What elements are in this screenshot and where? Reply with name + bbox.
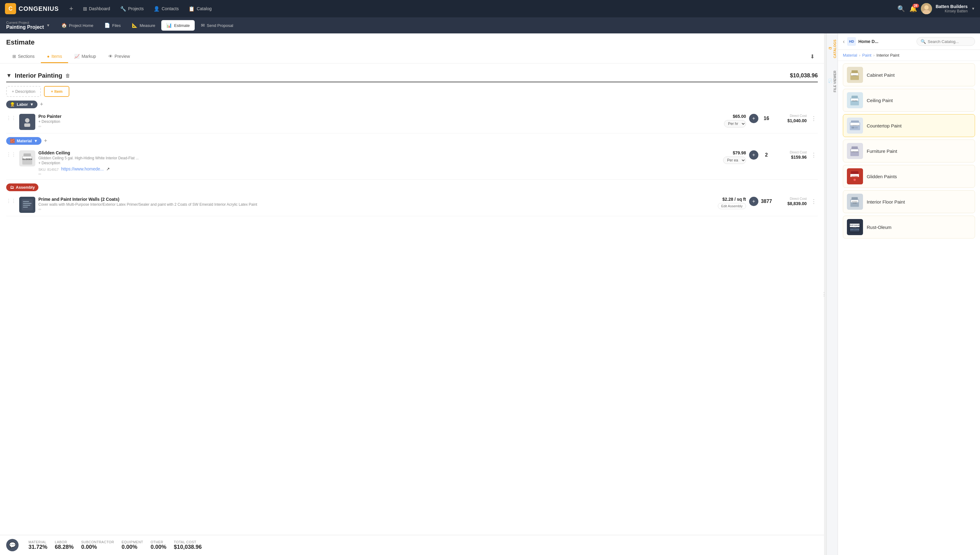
section-name: Interior Painting xyxy=(15,72,62,79)
nav-contacts[interactable]: 👤 Contacts xyxy=(149,4,183,14)
svg-rect-12 xyxy=(23,205,31,206)
sidebar-tab-catalogs[interactable]: 🗂 CATALOGS xyxy=(827,37,838,61)
svg-rect-23 xyxy=(851,120,859,122)
assembly-drag-handle[interactable]: ⋮⋮ xyxy=(6,197,16,204)
assembly-item-name: Prime and Paint Interior Walls (2 Coats) xyxy=(39,197,709,202)
catalog-item-cabinet-paint[interactable]: CABINET Cabinet Paint xyxy=(843,63,975,86)
catalog-item-furniture-paint[interactable]: FURNITURE Furniture Paint xyxy=(843,140,975,162)
catalog-item-ceiling-paint[interactable]: CEILING Ceiling Paint xyxy=(843,89,975,112)
edit-assembly-button[interactable]: Edit Assembly xyxy=(718,203,746,209)
sidebar-tab-file-viewer[interactable]: 📄 FILE VIEWER xyxy=(826,68,838,95)
glidden-paints-thumbnail: GLIDDEN xyxy=(847,168,863,184)
estimate-header: Estimate ⊞ Sections ● Items 📈 Markup 👁 P… xyxy=(0,34,824,63)
assembly-item-more-button[interactable]: ⋮ xyxy=(810,197,818,206)
assembly-cost-col: Direct Cost $8,839.00 xyxy=(776,197,806,206)
delete-section-button[interactable]: 🗑 xyxy=(65,73,70,79)
files-icon: 📄 xyxy=(104,22,110,28)
catalog-item-countertop-paint[interactable]: COUNTERTOP Countertop Paint xyxy=(843,114,975,137)
tab-items[interactable]: ● Items xyxy=(41,50,68,63)
top-navigation: C CONGENIUS + ⊞ Dashboard 🔧 Projects 👤 C… xyxy=(0,0,980,17)
breadcrumb-material[interactable]: Material xyxy=(843,53,857,58)
other-value: 0.00% xyxy=(151,544,167,550)
labor-qty-col: + 16 xyxy=(749,114,773,123)
logo-area: C CONGENIUS xyxy=(5,3,59,14)
svg-rect-33 xyxy=(851,171,858,174)
labor-item-more-button[interactable]: ⋮ xyxy=(810,114,818,123)
footer-total: TOTAL COST $10,038.96 xyxy=(174,540,202,550)
countertop-paint-thumbnail: COUNTERTOP xyxy=(847,117,863,134)
tab-markup[interactable]: 📈 Markup xyxy=(68,50,102,63)
material-item-add-desc[interactable]: + Description xyxy=(39,161,709,165)
catalog-breadcrumb: Material › Paint › Interior Paint xyxy=(838,50,980,61)
add-item-button[interactable]: + Item xyxy=(44,86,69,97)
catalog-item-interior-floor-paint[interactable]: INTERIOR FLOOR Interior Floor Paint xyxy=(843,190,975,213)
material-item-glidden: ⋮⋮ GLIDDEN Glidden Ceiling Glidden Ceili… xyxy=(6,147,818,180)
assembly-badge[interactable]: 🗂 Assembly xyxy=(6,183,39,191)
cabinet-paint-thumbnail: CABINET xyxy=(847,67,863,83)
assembly-icon: 🗂 xyxy=(10,185,14,190)
breadcrumb-paint[interactable]: Paint xyxy=(863,53,872,58)
drag-handle[interactable]: ⋮⋮ xyxy=(6,114,16,121)
material-group-header: 🧱 Material ▼ + xyxy=(6,137,818,145)
material-unit-select[interactable]: Per ea xyxy=(723,157,746,164)
material-item-desc: Glidden Ceiling 5 gal. High-Hiding White… xyxy=(39,156,709,160)
download-button[interactable]: ⬇ xyxy=(807,50,818,63)
search-button[interactable]: 🔍 xyxy=(895,3,907,14)
labor-badge[interactable]: 👷 Labor ▼ xyxy=(6,101,37,108)
svg-text:FURNITURE: FURNITURE xyxy=(851,151,858,152)
footer-labor: LABOR 68.28% xyxy=(55,540,74,550)
material-dropdown-icon: ▼ xyxy=(34,139,38,143)
tab-project-home[interactable]: 🏠 Project Home xyxy=(56,20,98,30)
project-navigation: Current Project Painting Project ▼ 🏠 Pro… xyxy=(0,17,980,34)
catalog-search-input[interactable] xyxy=(928,39,971,44)
user-dropdown-button[interactable]: ▼ xyxy=(971,6,975,11)
tab-send-proposal[interactable]: ✉ Send Proposal xyxy=(196,20,238,30)
catalog-name: Home D... xyxy=(858,39,914,44)
notifications-button[interactable]: 🔔 28 xyxy=(909,5,917,12)
nav-dashboard[interactable]: ⊞ Dashboard xyxy=(79,4,114,14)
material-item-edit-icon[interactable]: ✏ xyxy=(39,172,42,176)
tab-sections[interactable]: ⊞ Sections xyxy=(6,50,41,63)
nav-projects[interactable]: 🔧 Projects xyxy=(116,4,148,14)
tab-files[interactable]: 📄 Files xyxy=(100,20,125,30)
svg-text:COUNTERTOP: COUNTERTOP xyxy=(851,125,860,126)
svg-rect-29 xyxy=(851,146,858,149)
assembly-item-edit-icon[interactable]: ✏ xyxy=(39,207,42,212)
footer-subcontractor: SUBCONTRACTOR 0.00% xyxy=(81,540,114,550)
catalog-item-glidden-paints[interactable]: GLIDDEN Glidden Paints xyxy=(843,165,975,188)
add-button[interactable]: + xyxy=(66,4,76,14)
current-project[interactable]: Current Project Painting Project ▼ xyxy=(6,21,50,30)
tab-preview[interactable]: 👁 Preview xyxy=(102,50,136,63)
footer-material: MATERIAL 31.72% xyxy=(29,540,47,550)
collapse-section-button[interactable]: ▼ xyxy=(6,72,12,79)
material-drag-handle[interactable]: ⋮⋮ xyxy=(6,150,16,157)
add-description-button[interactable]: + Description xyxy=(6,86,41,97)
labor-unit-select[interactable]: Per hr xyxy=(724,120,746,127)
material-item-price: $79.98 xyxy=(733,150,746,155)
catalog-item-rust-oleum[interactable]: RUST-OLEUM HOME ODR COATIN Rust-Oleum xyxy=(843,216,975,239)
svg-text:INTERIOR: INTERIOR xyxy=(852,201,858,202)
labor-item-edit-icon[interactable]: ✏ xyxy=(39,124,42,129)
svg-rect-11 xyxy=(23,203,32,204)
material-item-link[interactable]: https://www.homede... xyxy=(61,167,104,172)
ceiling-paint-name: Ceiling Paint xyxy=(867,98,893,103)
estimate-title: Estimate xyxy=(6,38,818,47)
material-add-button[interactable]: + xyxy=(44,138,47,144)
assembly-item-price-col: $2.28 / sq ft Edit Assembly xyxy=(712,197,746,209)
labor-qty-add-button[interactable]: + xyxy=(749,114,758,123)
chat-button[interactable]: 💬 xyxy=(6,539,19,551)
assembly-qty-add-button[interactable]: + xyxy=(749,197,758,206)
material-badge[interactable]: 🧱 Material ▼ xyxy=(6,137,42,145)
labor-item-add-desc[interactable]: + Description xyxy=(39,119,709,124)
panel-divider[interactable]: ⋮⋮ xyxy=(824,34,826,555)
nav-catalog[interactable]: 📋 Catalog xyxy=(184,4,216,14)
tab-measure[interactable]: 📐 Measure xyxy=(127,20,160,30)
material-cost-value: $159.96 xyxy=(791,155,806,160)
labor-add-button[interactable]: + xyxy=(40,101,43,107)
svg-rect-19 xyxy=(851,96,858,98)
material-qty-add-button[interactable]: + xyxy=(749,150,758,160)
material-item-name: Glidden Ceiling xyxy=(39,150,709,155)
tab-estimate[interactable]: 📊 Estimate xyxy=(161,20,195,30)
catalog-back-button[interactable]: ‹ xyxy=(843,38,845,45)
material-item-more-button[interactable]: ⋮ xyxy=(810,150,818,160)
